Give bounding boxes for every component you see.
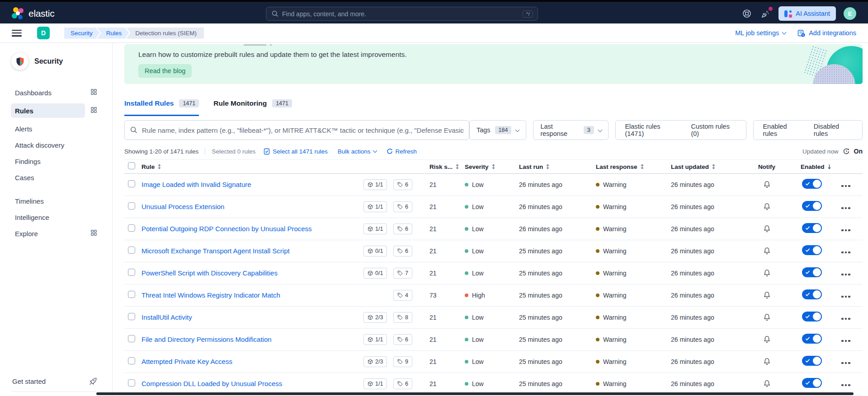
sidebar-item-timelines[interactable]: Timelines <box>0 193 112 209</box>
enabled-toggle[interactable] <box>802 356 822 366</box>
column-header-risk-score[interactable]: Risk s... <box>429 163 465 170</box>
tab-installed-rules[interactable]: Installed Rules 1471 <box>124 99 199 116</box>
breadcrumb-security[interactable]: Security <box>64 28 100 39</box>
row-actions-button[interactable] <box>840 316 851 322</box>
rule-name-link[interactable]: InstallUtil Activity <box>142 313 192 321</box>
horizontal-scrollbar[interactable] <box>96 392 854 395</box>
column-header-last-run[interactable]: Last run <box>519 163 596 170</box>
grid-icon[interactable] <box>91 107 97 115</box>
row-actions-button[interactable] <box>840 205 851 211</box>
row-actions-button[interactable] <box>840 250 851 256</box>
enabled-toggle[interactable] <box>802 245 822 255</box>
rule-name-link[interactable]: Potential Outgoing RDP Connection by Unu… <box>142 225 312 233</box>
sidebar-item-rules[interactable]: Rules <box>0 101 112 121</box>
sidebar-item-cases[interactable]: Cases <box>0 169 112 186</box>
row-checkbox[interactable] <box>128 313 135 320</box>
custom-rules-filter[interactable]: Custom rules (0) <box>691 123 737 137</box>
elastic-logo[interactable]: elastic <box>12 7 54 19</box>
tags-badge[interactable]: 6 <box>393 334 412 345</box>
disabled-rules-filter[interactable]: Disabled rules <box>814 123 853 137</box>
row-checkbox[interactable] <box>128 335 135 342</box>
bell-icon[interactable] <box>763 291 771 299</box>
integrations-badge[interactable]: 1/1 <box>363 334 387 345</box>
sidebar-item-explore[interactable]: Explore <box>0 225 112 242</box>
tags-badge[interactable]: 6 <box>393 224 412 234</box>
help-button[interactable] <box>741 8 752 19</box>
bell-icon[interactable] <box>763 247 771 255</box>
row-actions-button[interactable] <box>840 272 851 278</box>
integrations-badge[interactable]: 0/1 <box>363 268 387 279</box>
tags-badge[interactable]: 7 <box>393 268 412 279</box>
bell-icon[interactable] <box>763 380 771 388</box>
user-avatar[interactable]: E <box>844 7 856 20</box>
select-all-rules-button[interactable]: Select all 1471 rules <box>264 148 328 155</box>
enabled-toggle[interactable] <box>802 334 822 344</box>
bell-icon[interactable] <box>763 225 771 233</box>
enabled-toggle[interactable] <box>802 223 822 233</box>
column-header-last-updated[interactable]: Last updated <box>671 163 754 170</box>
rule-name-link[interactable]: Image Loaded with Invalid Signature <box>142 181 251 188</box>
row-actions-button[interactable] <box>840 338 851 344</box>
column-header-enabled[interactable]: Enabled <box>779 163 834 170</box>
row-checkbox[interactable] <box>128 269 135 276</box>
grid-icon[interactable] <box>91 89 97 97</box>
enabled-toggle[interactable] <box>802 267 822 277</box>
row-actions-button[interactable] <box>840 382 851 388</box>
tags-badge[interactable]: 9 <box>393 356 412 367</box>
ai-assistant-button[interactable]: AI Assistant <box>778 6 836 21</box>
grid-icon[interactable] <box>91 229 97 238</box>
read-the-blog-button[interactable]: Read the blog <box>138 64 192 78</box>
sidebar-item-alerts[interactable]: Alerts <box>0 121 112 137</box>
column-header-rule[interactable]: Rule <box>141 163 363 170</box>
integrations-badge[interactable]: 2/3 <box>363 312 387 323</box>
enabled-toggle[interactable] <box>802 312 822 321</box>
enabled-toggle[interactable] <box>802 201 822 211</box>
add-integrations-link[interactable]: Add integrations <box>797 29 856 37</box>
enabled-toggle[interactable] <box>802 378 822 388</box>
bell-icon[interactable] <box>763 313 771 321</box>
rule-name-link[interactable]: Microsoft Exchange Transport Agent Insta… <box>142 247 290 255</box>
enabled-rules-filter[interactable]: Enabled rules <box>763 123 801 137</box>
integrations-badge[interactable]: 2/3 <box>363 356 387 367</box>
ml-job-settings-button[interactable]: ML job settings <box>735 29 786 37</box>
row-checkbox[interactable] <box>128 291 135 298</box>
breadcrumb-rules[interactable]: Rules <box>97 28 129 39</box>
menu-button[interactable] <box>12 30 22 37</box>
tags-badge[interactable]: 6 <box>393 201 412 212</box>
enabled-toggle[interactable] <box>802 289 822 299</box>
integrations-badge[interactable]: 0/1 <box>363 246 387 256</box>
sidebar-item-dashboards[interactable]: Dashboards <box>0 84 112 101</box>
row-checkbox[interactable] <box>128 180 135 187</box>
auto-refresh-icon[interactable] <box>843 148 850 155</box>
rule-name-link[interactable]: Unusual Process Extension <box>142 203 224 210</box>
integrations-badge[interactable]: 1/1 <box>363 224 387 234</box>
sidebar-item-intelligence[interactable]: Intelligence <box>0 209 112 225</box>
rule-name-link[interactable]: Threat Intel Windows Registry Indicator … <box>142 291 280 299</box>
sidebar-item-attack-discovery[interactable]: Attack discovery <box>0 137 112 153</box>
bulk-actions-button[interactable]: Bulk actions <box>338 148 377 155</box>
rule-name-link[interactable]: Compression DLL Loaded by Unusual Proces… <box>142 380 282 387</box>
auto-refresh-state[interactable]: On <box>854 148 863 155</box>
tags-badge[interactable]: 6 <box>393 179 412 190</box>
global-search[interactable]: ^/ <box>266 7 538 21</box>
tags-badge[interactable]: 8 <box>393 312 412 323</box>
rule-name-link[interactable]: File and Directory Permissions Modificat… <box>142 335 272 343</box>
integrations-badge[interactable]: 1/1 <box>363 378 387 389</box>
enabled-toggle[interactable] <box>802 179 822 189</box>
sidebar-item-findings[interactable]: Findings <box>0 153 112 169</box>
tab-rule-monitoring[interactable]: Rule Monitoring 1471 <box>213 99 292 116</box>
tags-filter-button[interactable]: Tags 184 <box>469 120 527 140</box>
tags-badge[interactable]: 4 <box>393 290 412 301</box>
bell-icon[interactable] <box>763 269 771 277</box>
tags-badge[interactable]: 6 <box>393 246 412 256</box>
select-all-checkbox[interactable] <box>128 162 135 169</box>
column-header-last-response[interactable]: Last response <box>596 163 671 170</box>
refresh-button[interactable]: Refresh <box>387 148 417 155</box>
row-actions-button[interactable] <box>840 228 851 233</box>
integrations-badge[interactable]: 1/1 <box>363 201 387 212</box>
rule-search-input[interactable] <box>124 120 469 140</box>
rule-name-link[interactable]: PowerShell Script with Discovery Capabil… <box>142 269 278 277</box>
bell-icon[interactable] <box>763 358 771 366</box>
global-search-input[interactable] <box>282 10 523 18</box>
row-checkbox[interactable] <box>128 224 135 232</box>
